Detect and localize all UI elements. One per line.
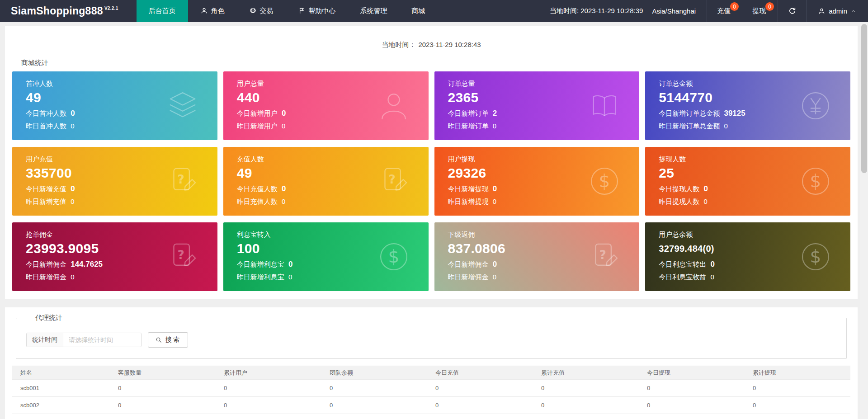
stats-section-title: 商城统计 bbox=[21, 59, 858, 67]
agent-stats-panel: 代理统计 统计时间 搜索 姓名客服数量累计用户团队余额今日充值累计充值今日提现累… bbox=[5, 307, 858, 419]
agent-section-title: 代理统计 bbox=[30, 314, 68, 322]
table-header-cell: 团队余额 bbox=[321, 366, 427, 380]
doc-edit-icon: ? bbox=[165, 239, 200, 274]
local-time-label: 当地时间： bbox=[382, 41, 415, 48]
stat-card-total-orders: 订单总量2365今日新增订单 2昨日新增订单 0 bbox=[434, 71, 640, 140]
table-cell: 0 bbox=[321, 414, 427, 419]
nav-item-roles[interactable]: 角色 bbox=[188, 0, 237, 22]
card-title: 用户提现 bbox=[448, 155, 627, 164]
table-cell: 0 bbox=[216, 397, 321, 414]
table-cell: 0 bbox=[533, 414, 639, 419]
table-cell: 0 bbox=[110, 414, 216, 419]
table-header-cell: 客服数量 bbox=[110, 366, 216, 380]
doc-edit-icon: ? bbox=[376, 164, 411, 199]
recharge-badge: 0 bbox=[730, 2, 739, 11]
stat-card-order-total-amount: 订单总金额5144770今日新增订单总金额 39125昨日新增订单总金额 0 bbox=[645, 71, 850, 140]
table-cell: 0 bbox=[216, 380, 321, 397]
search-button[interactable]: 搜索 bbox=[148, 332, 188, 348]
table-row: scb0010000000 bbox=[12, 380, 850, 397]
user-icon bbox=[818, 7, 826, 15]
card-title: 充值人数 bbox=[237, 155, 416, 164]
dollar-circle-icon: $ bbox=[798, 164, 833, 199]
app-version: V2.2.1 bbox=[104, 6, 118, 11]
yuan-circle-icon bbox=[798, 88, 833, 123]
content-local-time: 当地时间：2023-11-29 10:28:43 bbox=[5, 26, 858, 49]
nav-item-mall[interactable]: 商城 bbox=[400, 0, 438, 22]
card-title: 提现人数 bbox=[659, 155, 838, 164]
main-nav: 后台首页角色交易帮助中心系统管理商城 bbox=[137, 0, 438, 22]
table-cell: sc003 bbox=[12, 414, 110, 419]
table-cell: 0 bbox=[533, 380, 639, 397]
nav-item-system[interactable]: 系统管理 bbox=[348, 0, 400, 22]
stat-card-user-recharge: 用户充值335700今日新增充值 0昨日新增充值 0? bbox=[12, 147, 217, 216]
card-title: 抢单佣金 bbox=[26, 231, 205, 239]
table-header-cell: 姓名 bbox=[12, 366, 110, 380]
nav-item-home[interactable]: 后台首页 bbox=[137, 0, 188, 22]
refresh-icon[interactable] bbox=[778, 0, 807, 22]
table-cell: 0 bbox=[745, 414, 850, 419]
table-cell: 0 bbox=[110, 397, 216, 414]
chevron-up-icon bbox=[850, 8, 856, 14]
nav-item-help[interactable]: 帮助中心 bbox=[286, 0, 348, 22]
navbar-timezone: Asia/Shanghai bbox=[652, 0, 707, 22]
table-cell: 0 bbox=[427, 380, 533, 397]
layers-icon bbox=[165, 88, 200, 123]
stat-time-input[interactable] bbox=[63, 333, 141, 347]
dollar-circle-icon: $ bbox=[587, 164, 622, 199]
withdraw-link[interactable]: 提现 0 bbox=[742, 0, 778, 22]
stat-card-grab-commission: 抢单佣金23993.9095今日新增佣金 144.7625昨日新增佣金 0? bbox=[12, 222, 217, 291]
table-cell: 0 bbox=[639, 380, 745, 397]
search-icon bbox=[155, 336, 162, 344]
flag-icon bbox=[298, 7, 306, 16]
scales-icon bbox=[249, 7, 257, 16]
nav-item-trade[interactable]: 交易 bbox=[237, 0, 286, 22]
table-cell: 0 bbox=[110, 380, 216, 397]
agent-search-row: 统计时间 搜索 bbox=[26, 332, 837, 348]
stats-panel: 当地时间：2023-11-29 10:28:43 商城统计 首冲人数49今日首冲… bbox=[5, 26, 858, 299]
page-content: 当地时间：2023-11-29 10:28:43 商城统计 首冲人数49今日首冲… bbox=[0, 26, 868, 419]
card-title: 订单总量 bbox=[448, 80, 627, 88]
table-cell: 0 bbox=[533, 397, 639, 414]
card-title: 用户充值 bbox=[26, 155, 205, 164]
admin-menu[interactable]: admin bbox=[807, 0, 868, 22]
stat-time-input-group: 统计时间 bbox=[26, 333, 142, 347]
stat-card-first-recharge-users: 首冲人数49今日首冲人数 0昨日首冲人数 0 bbox=[12, 71, 217, 140]
stat-cards-grid: 首冲人数49今日首冲人数 0昨日首冲人数 0用户总量440今日新增用户 0昨日新… bbox=[5, 71, 858, 291]
table-cell: 0 bbox=[427, 414, 533, 419]
withdraw-badge: 0 bbox=[765, 2, 774, 11]
table-header-cell: 累计充值 bbox=[533, 366, 639, 380]
table-row: sc0030000000 bbox=[12, 414, 850, 419]
doc-edit-icon: ? bbox=[165, 164, 200, 199]
card-title: 利息宝转入 bbox=[237, 231, 416, 239]
svg-text:?: ? bbox=[599, 248, 606, 262]
agent-table: 姓名客服数量累计用户团队余额今日充值累计充值今日提现累计提现 scb001000… bbox=[12, 366, 850, 419]
stat-card-user-withdraw: 用户提现29326今日新增提现 0昨日新增提现 0$ bbox=[434, 147, 640, 216]
table-cell: scb001 bbox=[12, 380, 110, 397]
nav-item-label: 帮助中心 bbox=[309, 7, 336, 15]
table-cell: 0 bbox=[639, 397, 745, 414]
scrollbar-thumb[interactable] bbox=[861, 24, 867, 173]
dollar-circle-icon: $ bbox=[798, 239, 833, 274]
nav-item-label: 角色 bbox=[211, 7, 225, 15]
app-logo: SiamShopping888 V2.2.1 bbox=[11, 0, 118, 22]
svg-text:$: $ bbox=[599, 171, 610, 191]
stat-time-label: 统计时间 bbox=[27, 333, 63, 347]
svg-text:$: $ bbox=[388, 246, 399, 267]
table-cell: scb002 bbox=[12, 397, 110, 414]
recharge-link[interactable]: 充值 0 bbox=[707, 0, 742, 22]
stat-card-user-total-balance: 用户总余额32799.484(0)今日利息宝转出 0今日利息宝收益 0$ bbox=[645, 222, 850, 291]
table-cell: 0 bbox=[745, 380, 850, 397]
card-title: 首冲人数 bbox=[26, 80, 205, 88]
page-scrollbar[interactable] bbox=[860, 22, 868, 419]
top-navbar: SiamShopping888 V2.2.1 后台首页角色交易帮助中心系统管理商… bbox=[0, 0, 868, 22]
table-cell: 0 bbox=[216, 414, 321, 419]
svg-text:$: $ bbox=[810, 246, 821, 267]
table-header-cell: 今日充值 bbox=[427, 366, 533, 380]
nav-item-label: 后台首页 bbox=[149, 7, 176, 15]
table-cell: 0 bbox=[639, 414, 745, 419]
svg-text:?: ? bbox=[177, 172, 184, 186]
agent-fieldset: 代理统计 统计时间 搜索 bbox=[16, 314, 847, 359]
dollar-circle-icon: $ bbox=[376, 239, 411, 274]
recharge-label: 充值 bbox=[717, 7, 731, 15]
svg-text:?: ? bbox=[177, 248, 184, 262]
